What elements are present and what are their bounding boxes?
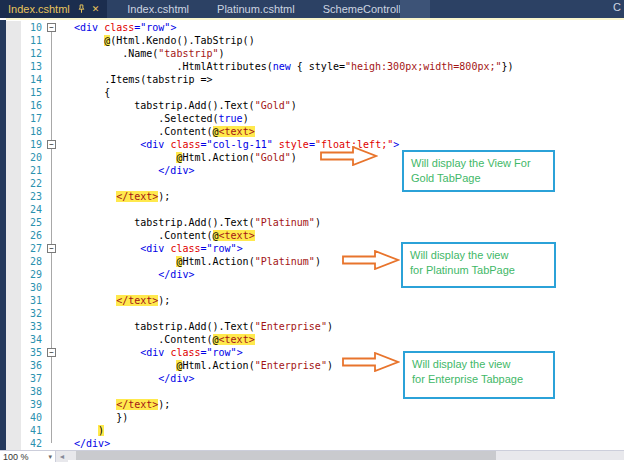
code-line: 13.HtmlAttributes(new { style="heigh:300…: [6, 60, 624, 73]
code-line: 11@(Html.Kendo().TabStrip(): [6, 34, 624, 47]
pin-icon[interactable]: [77, 4, 86, 14]
outlining-margin: [46, 307, 58, 320]
breakpoint-margin[interactable]: [6, 333, 21, 346]
outlining-margin: [46, 294, 58, 307]
breakpoint-margin[interactable]: [6, 398, 21, 411]
breakpoint-margin[interactable]: [6, 203, 21, 216]
breakpoint-margin[interactable]: [6, 229, 21, 242]
code-text: @Html.Action("Enterprise"): [58, 359, 624, 372]
outlining-margin: [46, 60, 58, 73]
collapse-toggle[interactable]: −: [47, 244, 56, 253]
breakpoint-margin[interactable]: [6, 359, 21, 372]
zoom-control[interactable]: 100 % ▾: [0, 451, 56, 462]
code-text: ): [58, 424, 624, 437]
breakpoint-margin[interactable]: [6, 385, 21, 398]
breakpoint-margin[interactable]: [6, 216, 21, 229]
code-line: 33tabstrip.Add().Text("Enterprise"): [6, 320, 624, 333]
code-line: 31</text>);: [6, 294, 624, 307]
code-text: </div>: [58, 372, 624, 385]
breakpoint-margin[interactable]: [6, 86, 21, 99]
breakpoint-margin[interactable]: [6, 320, 21, 333]
tab-index-cshtml[interactable]: Index.cshtml: [119, 0, 197, 18]
outlining-margin: [46, 190, 58, 203]
breakpoint-margin[interactable]: [6, 125, 21, 138]
code-line: 26.Content(@<text>: [6, 229, 624, 242]
tab-label: Index.cshtml: [8, 3, 70, 15]
breakpoint-margin[interactable]: [6, 34, 21, 47]
breakpoint-margin[interactable]: [6, 190, 21, 203]
code-text: <div class="row">: [58, 346, 624, 359]
code-line: 36@Html.Action("Enterprise"): [6, 359, 624, 372]
outlining-margin: [46, 203, 58, 216]
code-line: 24: [6, 203, 624, 216]
breakpoint-margin[interactable]: [6, 255, 21, 268]
breakpoint-margin[interactable]: [6, 294, 21, 307]
outlining-margin: [46, 164, 58, 177]
breakpoint-margin[interactable]: [6, 281, 21, 294]
breakpoint-margin[interactable]: [6, 47, 21, 60]
code-line: 14.Items(tabstrip =>: [6, 73, 624, 86]
line-number: 40: [21, 411, 46, 424]
breakpoint-margin[interactable]: [6, 21, 21, 34]
line-number: 29: [21, 268, 46, 281]
horizontal-scrollbar[interactable]: [68, 451, 624, 460]
breakpoint-margin[interactable]: [6, 60, 21, 73]
outlining-margin: [46, 359, 58, 372]
code-line: 25tabstrip.Add().Text("Platinum"): [6, 216, 624, 229]
breakpoint-margin[interactable]: [6, 437, 21, 450]
chevron-down-icon[interactable]: ▾: [48, 453, 52, 461]
code-text: .Selected(true): [58, 112, 624, 125]
breakpoint-margin[interactable]: [6, 151, 21, 164]
scrollbar-thumb[interactable]: [76, 451, 496, 460]
outlining-margin: [46, 229, 58, 242]
code-line: 34.Content(@<text>: [6, 333, 624, 346]
breakpoint-margin[interactable]: [6, 99, 21, 112]
breakpoint-margin[interactable]: [6, 424, 21, 437]
breakpoint-margin[interactable]: [6, 268, 21, 281]
tab-index-cshtml-active[interactable]: Index.cshtml ✕: [0, 0, 107, 18]
outlining-margin: [46, 99, 58, 112]
collapse-toggle[interactable]: −: [47, 23, 56, 32]
tab-gap: [303, 0, 315, 18]
code-line: 40}): [6, 411, 624, 424]
line-number: 39: [21, 398, 46, 411]
code-line: 37</div>: [6, 372, 624, 385]
line-number: 20: [21, 151, 46, 164]
code-editor[interactable]: 10−<div class="row">11@(Html.Kendo().Tab…: [0, 20, 624, 450]
breakpoint-margin[interactable]: [6, 177, 21, 190]
collapse-toggle[interactable]: −: [47, 348, 56, 357]
outlining-margin: [46, 86, 58, 99]
collapse-toggle[interactable]: −: [47, 140, 56, 149]
code-text: [58, 281, 624, 294]
breakpoint-margin[interactable]: [6, 164, 21, 177]
code-line: 17.Selected(true): [6, 112, 624, 125]
line-number: 22: [21, 177, 46, 190]
breakpoint-margin[interactable]: [6, 73, 21, 86]
tab-platinum-cshtml[interactable]: Platinum.cshtml: [209, 0, 303, 18]
scroll-left-button[interactable]: ◄: [56, 451, 68, 462]
breakpoint-margin[interactable]: [6, 411, 21, 424]
line-number: 11: [21, 34, 46, 47]
tab-bar-highlight: [400, 0, 430, 18]
breakpoint-margin[interactable]: [6, 242, 21, 255]
outlining-margin: [46, 34, 58, 47]
document-tab-bar: Index.cshtml ✕ Index.cshtml Platinum.csh…: [0, 0, 624, 18]
breakpoint-margin[interactable]: [6, 372, 21, 385]
code-line: 20@Html.Action("Gold"): [6, 151, 624, 164]
code-text: .Name("tabstrip"): [58, 47, 624, 60]
code-line: 42</div>: [6, 437, 624, 450]
breakpoint-margin[interactable]: [6, 112, 21, 125]
close-icon[interactable]: ✕: [92, 4, 100, 14]
line-number: 34: [21, 333, 46, 346]
outlining-margin: [46, 216, 58, 229]
line-number: 33: [21, 320, 46, 333]
line-number: 17: [21, 112, 46, 125]
breakpoint-margin[interactable]: [6, 307, 21, 320]
code-text: [58, 203, 624, 216]
breakpoint-margin[interactable]: [6, 346, 21, 359]
outlining-margin: [46, 385, 58, 398]
outlining-margin: [46, 177, 58, 190]
code-text: </text>);: [58, 294, 624, 307]
document-overflow-button[interactable]: C: [613, 1, 621, 13]
breakpoint-margin[interactable]: [6, 138, 21, 151]
